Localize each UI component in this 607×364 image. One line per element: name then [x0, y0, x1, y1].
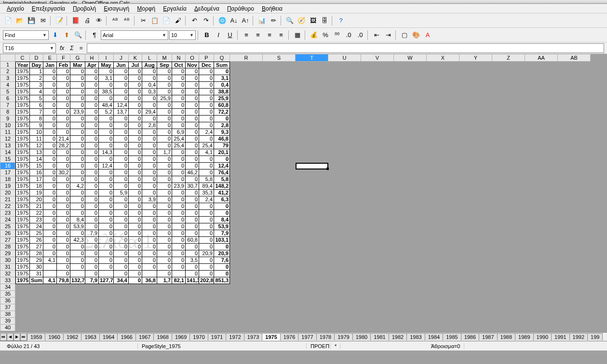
cell[interactable]	[230, 82, 263, 89]
cell[interactable]: 0	[43, 196, 57, 203]
cell[interactable]: 0	[172, 68, 186, 75]
cell[interactable]: 0	[43, 244, 57, 250]
row-header-2[interactable]: 2	[0, 68, 15, 75]
cell[interactable]: 0	[114, 68, 129, 75]
cell[interactable]: 0	[199, 264, 214, 271]
row-header-25[interactable]: 25	[0, 223, 15, 230]
cell[interactable]: 1,7	[157, 149, 172, 156]
cell[interactable]	[427, 230, 459, 237]
cell[interactable]: 13,7	[114, 109, 129, 116]
cell[interactable]: Oct	[172, 62, 186, 68]
cell[interactable]: 0	[43, 143, 57, 149]
cell[interactable]	[525, 129, 558, 136]
cell[interactable]	[263, 244, 296, 250]
borders-button[interactable]: ▢	[399, 30, 410, 40]
cell[interactable]	[361, 304, 394, 311]
cell[interactable]: 0	[129, 163, 142, 169]
find-button[interactable]: 🔍	[284, 15, 295, 26]
save-button[interactable]: 💾	[26, 15, 37, 26]
cell[interactable]	[361, 75, 394, 82]
cell[interactable]	[525, 68, 558, 75]
cell[interactable]	[427, 264, 459, 271]
cell[interactable]: 15	[30, 163, 43, 169]
cell[interactable]	[427, 190, 459, 196]
cell[interactable]: 0	[57, 217, 70, 223]
cell[interactable]	[459, 210, 492, 217]
cell[interactable]: 0	[142, 230, 157, 237]
cell[interactable]: 16	[30, 169, 43, 176]
cell[interactable]: 0	[70, 176, 85, 183]
cell[interactable]: 0	[129, 196, 142, 203]
cell[interactable]	[296, 68, 328, 75]
cell[interactable]	[199, 284, 214, 291]
cell[interactable]	[361, 122, 394, 129]
cell[interactable]	[114, 304, 129, 311]
cell[interactable]	[427, 176, 459, 183]
cell[interactable]	[525, 82, 558, 89]
cell[interactable]: 0	[85, 237, 99, 244]
cell[interactable]	[186, 291, 199, 298]
cell[interactable]	[427, 311, 459, 318]
cell[interactable]	[263, 237, 296, 244]
cell[interactable]	[492, 210, 525, 217]
cell[interactable]	[328, 203, 361, 210]
row-header-30[interactable]: 30	[0, 257, 15, 264]
cell[interactable]	[525, 183, 558, 190]
cell[interactable]	[142, 284, 157, 291]
cell[interactable]: 0	[129, 223, 142, 230]
cell[interactable]: 28,2	[57, 143, 70, 149]
cell[interactable]: 11	[30, 136, 43, 143]
cell[interactable]	[70, 311, 85, 318]
cell[interactable]: 0	[57, 109, 70, 116]
cell[interactable]	[296, 75, 328, 82]
sort-desc-button[interactable]: A↑	[240, 15, 251, 26]
cell[interactable]	[296, 89, 328, 95]
cell[interactable]: 1975	[15, 183, 30, 190]
cell[interactable]: 0	[199, 203, 214, 210]
cell[interactable]	[85, 298, 99, 304]
find-next-button[interactable]: ⬇	[50, 30, 60, 40]
cell[interactable]: 0	[142, 190, 157, 196]
cell[interactable]	[558, 95, 591, 102]
select-all-corner[interactable]	[0, 54, 15, 62]
cell[interactable]: 202,8	[199, 277, 214, 284]
cell[interactable]	[525, 190, 558, 196]
cell[interactable]: 1975	[15, 250, 30, 257]
cell[interactable]	[57, 318, 70, 325]
cell[interactable]	[296, 284, 328, 291]
cell[interactable]: 0	[172, 82, 186, 89]
cell[interactable]	[230, 149, 263, 156]
cell[interactable]: 0	[157, 257, 172, 264]
cell[interactable]	[172, 271, 186, 277]
cell[interactable]: 0	[199, 223, 214, 230]
cell[interactable]: 0	[186, 116, 199, 122]
cell[interactable]	[230, 95, 263, 102]
cell[interactable]	[70, 325, 85, 331]
cell[interactable]: 1	[30, 68, 43, 75]
row-header-23[interactable]: 23	[0, 210, 15, 217]
cell[interactable]	[230, 68, 263, 75]
cell[interactable]: 41,2	[214, 190, 230, 196]
cell[interactable]: 26	[30, 237, 43, 244]
cell[interactable]: 0	[114, 264, 129, 271]
cell[interactable]: 0,3	[142, 89, 157, 95]
cell[interactable]	[558, 210, 591, 217]
cell[interactable]	[492, 237, 525, 244]
cell[interactable]: Aug	[142, 62, 157, 68]
cell[interactable]: 1975	[15, 223, 30, 230]
cell[interactable]: 0	[172, 230, 186, 237]
cell[interactable]: 0	[85, 109, 99, 116]
cell[interactable]: 14	[30, 156, 43, 163]
cell[interactable]: 0	[85, 116, 99, 122]
cell[interactable]: 9,3	[214, 129, 230, 136]
col-header-K[interactable]: K	[129, 54, 142, 62]
cell[interactable]: 28	[30, 250, 43, 257]
sheet-tab-1983[interactable]: 1983	[406, 333, 425, 340]
cell[interactable]	[394, 62, 427, 68]
cell[interactable]	[525, 169, 558, 176]
cell[interactable]	[328, 210, 361, 217]
chart-button[interactable]: 📊	[256, 15, 267, 26]
cell[interactable]	[394, 169, 427, 176]
cell[interactable]: 0	[70, 244, 85, 250]
cell[interactable]	[394, 223, 427, 230]
